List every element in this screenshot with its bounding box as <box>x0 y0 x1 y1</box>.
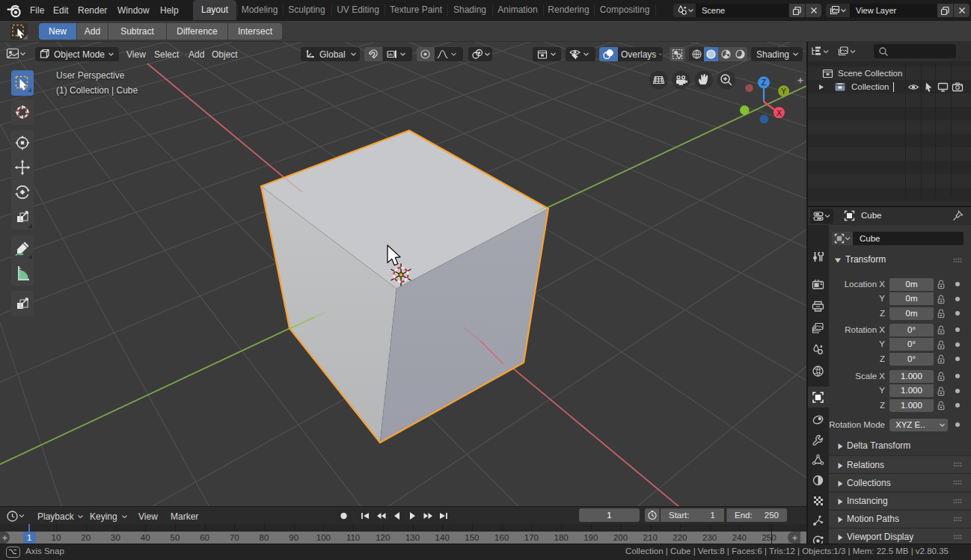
svg-text:X: X <box>777 108 782 117</box>
svg-text:Z: Z <box>762 78 767 87</box>
svg-text:Y: Y <box>781 87 786 96</box>
